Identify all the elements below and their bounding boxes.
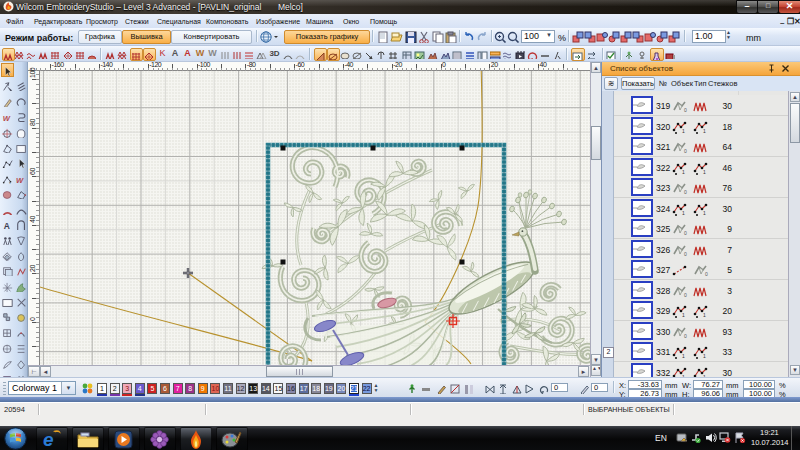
svg-text:1: 1 bbox=[682, 169, 685, 175]
svg-text:0: 0 bbox=[684, 107, 687, 113]
svg-text:1: 1 bbox=[703, 169, 706, 175]
svg-text:1: 1 bbox=[682, 312, 685, 318]
svg-text:!: ! bbox=[685, 438, 686, 444]
svg-text:0: 0 bbox=[684, 292, 687, 298]
svg-text:1: 1 bbox=[703, 312, 706, 318]
svg-text:1: 1 bbox=[703, 128, 706, 134]
svg-text:W: W bbox=[3, 114, 11, 122]
svg-text:1: 1 bbox=[682, 353, 685, 359]
svg-text:W: W bbox=[16, 176, 24, 184]
svg-text:A: A bbox=[4, 221, 10, 230]
svg-text:0: 0 bbox=[684, 333, 687, 339]
svg-text:0: 0 bbox=[684, 251, 687, 257]
svg-text:1: 1 bbox=[703, 210, 706, 216]
svg-text:1: 1 bbox=[703, 353, 706, 359]
svg-text:0: 0 bbox=[684, 230, 687, 236]
svg-text:e: e bbox=[43, 429, 54, 450]
svg-text:0: 0 bbox=[684, 189, 687, 195]
svg-text:0: 0 bbox=[684, 148, 687, 154]
svg-text:1: 1 bbox=[9, 181, 12, 184]
svg-text:1: 1 bbox=[682, 128, 685, 134]
svg-text:1: 1 bbox=[682, 210, 685, 216]
